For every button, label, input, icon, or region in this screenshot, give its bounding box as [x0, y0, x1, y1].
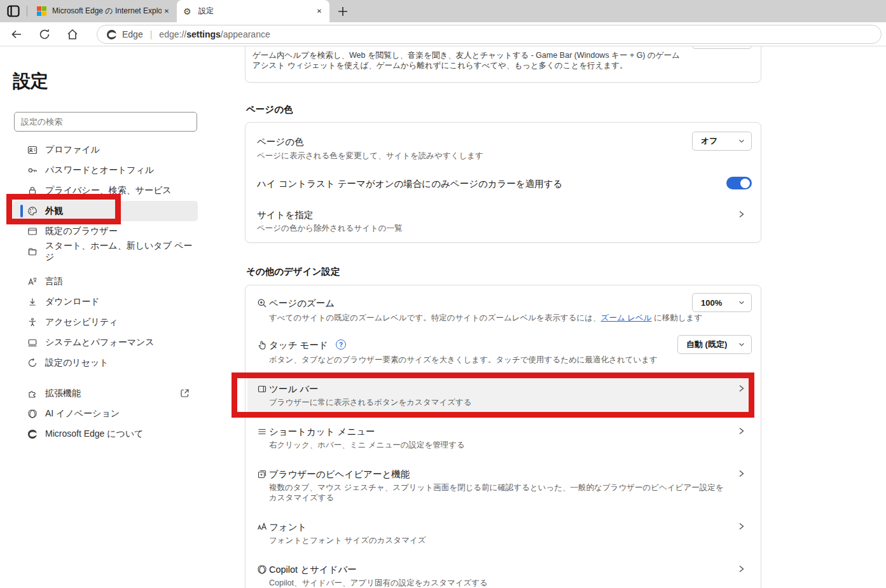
- edge-logo-icon: [106, 29, 117, 40]
- urlbar-divider: |: [150, 29, 153, 39]
- close-icon[interactable]: ✕: [314, 6, 324, 17]
- page-colors-card: ページの色 ページに表示される色を変更して、サイトを読みやすくします オフ ハイ…: [245, 122, 761, 243]
- fonts-icon: [257, 522, 267, 532]
- tab-title: 設定: [198, 6, 314, 17]
- sidebar-item-extensions[interactable]: 拡張機能: [13, 383, 198, 404]
- url-bar[interactable]: Edge | edge://settings/appearance: [97, 25, 882, 44]
- sidebar-item-start-home[interactable]: スタート、ホーム、新しいタブ ページ: [13, 242, 198, 262]
- chevron-right-icon[interactable]: [737, 384, 745, 393]
- section-header-other-design: その他のデザイン設定: [246, 266, 340, 278]
- sidebar-item-label: プロファイル: [45, 144, 100, 156]
- sidebar-item-downloads[interactable]: ダウンロード: [13, 292, 198, 312]
- sidebar-item-reset-settings[interactable]: 設定のリセット: [13, 353, 198, 373]
- sidebar-item-label: 設定のリセット: [45, 357, 109, 369]
- chevron-right-icon[interactable]: [737, 210, 745, 219]
- sidebar-item-appearance[interactable]: 外観: [13, 201, 198, 221]
- zoom-plus-icon: [257, 298, 267, 308]
- sidebar-item-default-browser[interactable]: 既定のブラウザー: [13, 221, 198, 242]
- fonts-subtitle: フォントとフォント サイズのカスタマイズ: [269, 535, 426, 545]
- touch-icon: [257, 340, 267, 350]
- menu-lines-icon: [257, 427, 267, 437]
- chevron-right-icon[interactable]: [737, 522, 745, 531]
- chevron-right-icon[interactable]: [737, 564, 745, 573]
- new-tab-button[interactable]: [337, 6, 349, 17]
- page-zoom-title: ページのズーム: [269, 297, 335, 310]
- sidebar-item-label: Microsoft Edge について: [45, 428, 144, 440]
- page-color-subtitle: ページに表示される色を変更して、サイトを読みやすくします: [257, 151, 483, 161]
- url-text: edge://settings/appearance: [159, 29, 270, 39]
- sidebar-item-languages[interactable]: 言語: [13, 271, 198, 292]
- profile-icon: [27, 145, 38, 155]
- browser-behavior-title: ブラウザーのビヘイビアーと機能: [269, 468, 410, 481]
- lock-icon: [27, 186, 38, 196]
- tab-internet-explorer[interactable]: Microsoft Edge の Internet Explore ✕: [31, 0, 177, 22]
- edge-logo-icon: [27, 429, 38, 439]
- page-color-dropdown[interactable]: オフ: [692, 132, 752, 151]
- address-toolbar: Edge | edge://settings/appearance: [0, 22, 886, 46]
- sidebar-item-label: ダウンロード: [45, 296, 100, 308]
- accessibility-icon: [27, 317, 38, 327]
- chevron-down-icon: [738, 341, 745, 348]
- zoom-level-link[interactable]: ズーム レベル: [601, 313, 652, 322]
- shortcut-menu-subtitle: 右クリック、ホバー、ミニ メニューの設定を管理する: [269, 440, 465, 450]
- reset-icon: [27, 358, 38, 368]
- sidebar-item-label: アクセシビリティ: [45, 317, 118, 328]
- sidebar-item-label: スタート、ホーム、新しいタブ ページ: [45, 240, 198, 263]
- sidebar-item-about-edge[interactable]: Microsoft Edge について: [13, 424, 198, 444]
- back-button[interactable]: [10, 28, 23, 41]
- refresh-button[interactable]: [38, 28, 51, 41]
- external-link-icon: [180, 388, 190, 398]
- copilot-icon: [257, 564, 267, 575]
- page-color-title: ページの色: [257, 136, 304, 148]
- fonts-title: フォント: [269, 521, 307, 533]
- help-icon[interactable]: ?: [336, 339, 346, 350]
- other-design-card: ページのズーム すべてのサイトの既定のズームレベルです。特定のサイトのズームレベ…: [245, 285, 761, 588]
- chevron-right-icon[interactable]: [737, 427, 745, 435]
- palette-icon: [27, 206, 38, 216]
- page-title: 設定: [13, 69, 48, 93]
- tab-workspaces-icon[interactable]: [7, 5, 20, 17]
- search-input[interactable]: [14, 112, 197, 132]
- sidebar-item-label: 外観: [45, 205, 63, 217]
- touch-mode-dropdown[interactable]: 自動 (既定): [677, 335, 752, 354]
- sidebar-item-label: 拡張機能: [45, 388, 81, 399]
- specify-sites-title[interactable]: サイトを指定: [257, 209, 313, 221]
- tab-divider: [27, 6, 27, 17]
- sidebar-item-privacy[interactable]: プライバシー、検索、サービス: [13, 181, 198, 201]
- layers-icon: [257, 469, 267, 479]
- high-contrast-title: ハイ コントラスト テーマがオンの場合にのみページのカラーを適用する: [257, 178, 563, 190]
- tab-settings[interactable]: ⚙ 設定 ✕: [177, 0, 329, 22]
- page-zoom-dropdown[interactable]: 100%: [692, 293, 752, 312]
- sidebar-item-label: プライバシー、検索、サービス: [45, 185, 172, 196]
- sidebar-item-accessibility[interactable]: アクセシビリティ: [13, 312, 198, 332]
- close-icon[interactable]: ✕: [162, 6, 172, 17]
- browser-window: Microsoft Edge の Internet Explore ✕ ⚙ 設定…: [0, 0, 886, 588]
- toolbar-row[interactable]: [247, 376, 754, 414]
- tab-page-icon: [27, 247, 38, 257]
- sidebar-item-label: 言語: [45, 276, 63, 287]
- search-engine-label: Edge: [122, 29, 143, 39]
- high-contrast-toggle[interactable]: [726, 177, 752, 189]
- touch-mode-title: タッチ モード: [269, 339, 328, 352]
- tab-strip: Microsoft Edge の Internet Explore ✕ ⚙ 設定…: [0, 0, 886, 22]
- chevron-down-icon: [738, 299, 745, 306]
- gamebar-text: ゲーム内ヘルプを検索し、Web を閲覧し、音楽を聞き、友人とチャットする - G…: [253, 50, 684, 71]
- key-icon: [27, 165, 38, 175]
- specify-sites-subtitle: ページの色から除外されるサイトの一覧: [257, 223, 403, 233]
- chevron-right-icon[interactable]: [737, 469, 745, 478]
- touch-mode-subtitle: ボタン、タブなどのブラウザー要素のサイズを大きくします。タッチで使用するために最…: [269, 355, 740, 365]
- sidebar-item-ai-innovation[interactable]: AI イノベーション: [13, 404, 198, 424]
- toolbar-icon: [257, 384, 267, 394]
- sidebar-item-system-performance[interactable]: システムとパフォーマンス: [13, 332, 198, 353]
- sidebar-item-label: AI イノベーション: [45, 408, 120, 420]
- translate-icon: [27, 277, 38, 287]
- sidebar-item-passwords[interactable]: パスワードとオートフィル: [13, 160, 198, 181]
- settings-content: ゲーム内ヘルプを検索し、Web を閲覧し、音楽を聞き、友人とチャットする - G…: [213, 46, 886, 588]
- settings-sidebar: 設定 プロファイル パスワードとオートフィル プライバシー、検索、サービス 外観…: [0, 46, 213, 588]
- home-button[interactable]: [66, 28, 79, 41]
- section-header-page-colors: ページの色: [246, 104, 293, 116]
- gear-icon: ⚙: [183, 6, 193, 17]
- sidebar-item-profile[interactable]: プロファイル: [13, 140, 198, 160]
- puzzle-icon: [27, 388, 38, 399]
- gamebar-dropdown[interactable]: [692, 46, 752, 49]
